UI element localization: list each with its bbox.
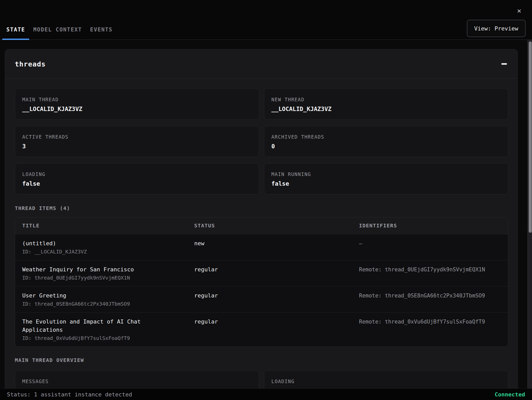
thread-items-table: TITLE STATUS IDENTIFIERS (untitled) ID: … bbox=[15, 217, 508, 347]
cell-title: User Greeting ID: thread_0SE8nGA66tc2Px3… bbox=[15, 286, 187, 312]
thread-id: ID: __LOCALID_KJAZ3VZ bbox=[22, 248, 180, 255]
table-body: (untitled) ID: __LOCALID_KJAZ3VZ new – bbox=[15, 234, 508, 347]
stat-label: NEW THREAD bbox=[271, 96, 501, 103]
tab-state[interactable]: STATE bbox=[2, 19, 29, 40]
scrollbar-thumb[interactable] bbox=[529, 41, 532, 233]
stat-card-active-threads: ACTIVE THREADS 3 bbox=[15, 126, 259, 157]
stat-card-new-thread: NEW THREAD __LOCALID_KJAZ3VZ bbox=[264, 88, 508, 120]
thread-identifier: – bbox=[359, 239, 501, 248]
status-message: Status: 1 assistant instance detected bbox=[7, 391, 132, 398]
view-mode-button[interactable]: View: Preview bbox=[467, 20, 526, 37]
debug-overlay-window: STATE MODEL CONTEXT EVENTS View: Preview… bbox=[0, 0, 532, 400]
thread-status: regular bbox=[194, 265, 345, 274]
cell-status: regular bbox=[187, 260, 352, 286]
thread-status: regular bbox=[194, 292, 345, 300]
stat-card-loading: LOADING false bbox=[15, 163, 259, 194]
cell-status: regular bbox=[187, 313, 352, 347]
cell-identifiers: – bbox=[352, 234, 508, 260]
stat-value: 3 bbox=[22, 142, 252, 150]
stat-label: ACTIVE THREADS bbox=[22, 134, 252, 140]
vertical-scrollbar[interactable] bbox=[527, 40, 532, 388]
cell-identifiers: Remote: thread_0SE8nGA66tc2Px340JTbmSO9 bbox=[352, 286, 508, 312]
close-button[interactable]: ✕ bbox=[514, 6, 524, 16]
table-header-row: TITLE STATUS IDENTIFIERS bbox=[15, 217, 508, 234]
table-row: The Evolution and Impact of AI Chat Appl… bbox=[15, 312, 508, 347]
tab-model-context[interactable]: MODEL CONTEXT bbox=[29, 19, 86, 40]
cell-identifiers: Remote: thread_0xVu6dUjBfY7sulSxFoaQfT9 bbox=[352, 313, 508, 347]
cell-status: regular bbox=[187, 286, 352, 312]
table-row: Weather Inquiry for San Francisco ID: th… bbox=[15, 260, 508, 286]
thread-id: ID: thread_0UEjdGI7yydk9nSVvjmEQX1N bbox=[22, 274, 180, 282]
cell-title: (untitled) ID: __LOCALID_KJAZ3VZ bbox=[15, 234, 187, 260]
column-header-identifiers: IDENTIFIERS bbox=[352, 217, 508, 234]
thread-id: ID: thread_0xVu6dUjBfY7sulSxFoaQfT9 bbox=[22, 334, 180, 342]
thread-identifier: Remote: thread_0UEjdGI7yydk9nSVvjmEQX1N bbox=[359, 265, 501, 274]
cell-title: The Evolution and Impact of AI Chat Appl… bbox=[15, 313, 187, 347]
table-row: (untitled) ID: __LOCALID_KJAZ3VZ new – bbox=[15, 234, 508, 260]
state-tab-content: threads MAIN THREAD __LOCALID_KJAZ3VZ NE… bbox=[0, 40, 518, 400]
stat-card-archived-threads: ARCHIVED THREADS 0 bbox=[264, 126, 508, 157]
thread-identifier: Remote: thread_0SE8nGA66tc2Px340JTbmSO9 bbox=[359, 292, 501, 300]
stat-label: ARCHIVED THREADS bbox=[271, 134, 501, 140]
collapse-button[interactable] bbox=[499, 58, 510, 70]
thread-items-section-label: THREAD ITEMS (4) bbox=[15, 205, 508, 211]
stat-label: LOADING bbox=[22, 171, 252, 177]
thread-stats-grid: MAIN THREAD __LOCALID_KJAZ3VZ NEW THREAD… bbox=[15, 88, 508, 194]
tab-bar: STATE MODEL CONTEXT EVENTS bbox=[2, 19, 117, 40]
cell-title: Weather Inquiry for San Francisco ID: th… bbox=[15, 260, 187, 286]
stat-label: LOADING bbox=[271, 378, 501, 384]
minus-icon bbox=[501, 63, 507, 65]
column-header-title: TITLE bbox=[15, 217, 187, 234]
stat-value: 0 bbox=[271, 142, 501, 150]
threads-panel-body: MAIN THREAD __LOCALID_KJAZ3VZ NEW THREAD… bbox=[5, 79, 517, 400]
tab-events[interactable]: EVENTS bbox=[86, 19, 117, 40]
connection-status: Connected bbox=[495, 391, 525, 398]
thread-status: new bbox=[194, 239, 345, 248]
stat-value: __LOCALID_KJAZ3VZ bbox=[22, 105, 252, 113]
thread-title: Weather Inquiry for San Francisco bbox=[22, 265, 180, 274]
thread-identifier: Remote: thread_0xVu6dUjBfY7sulSxFoaQfT9 bbox=[359, 318, 501, 326]
thread-title: User Greeting bbox=[22, 292, 180, 300]
cell-status: new bbox=[187, 234, 352, 260]
stat-value: false bbox=[22, 180, 252, 187]
thread-status: regular bbox=[194, 318, 345, 326]
stat-card-main-thread: MAIN THREAD __LOCALID_KJAZ3VZ bbox=[15, 88, 259, 120]
threads-panel-header: threads bbox=[5, 49, 517, 79]
table-row: User Greeting ID: thread_0SE8nGA66tc2Px3… bbox=[15, 286, 508, 312]
close-icon: ✕ bbox=[517, 7, 521, 15]
cell-identifiers: Remote: thread_0UEjdGI7yydk9nSVvjmEQX1N bbox=[352, 260, 508, 286]
stat-label: MAIN THREAD bbox=[22, 96, 252, 103]
stat-card-main-running: MAIN RUNNING false bbox=[264, 163, 508, 194]
thread-title: (untitled) bbox=[22, 239, 180, 248]
top-bar: STATE MODEL CONTEXT EVENTS View: Preview… bbox=[0, 0, 532, 40]
stat-label: MESSAGES bbox=[22, 378, 252, 384]
column-header-status: STATUS bbox=[187, 217, 352, 234]
stat-value: false bbox=[271, 180, 501, 187]
status-bar: Status: 1 assistant instance detected Co… bbox=[0, 388, 532, 400]
stat-value: __LOCALID_KJAZ3VZ bbox=[271, 105, 501, 113]
thread-title: The Evolution and Impact of AI Chat Appl… bbox=[22, 318, 180, 334]
thread-id: ID: thread_0SE8nGA66tc2Px340JTbmSO9 bbox=[22, 300, 180, 308]
overview-section-label: MAIN THREAD OVERVIEW bbox=[15, 357, 508, 363]
panel-title: threads bbox=[15, 60, 46, 68]
stat-label: MAIN RUNNING bbox=[271, 171, 501, 177]
threads-panel: threads MAIN THREAD __LOCALID_KJAZ3VZ NE… bbox=[5, 49, 518, 400]
